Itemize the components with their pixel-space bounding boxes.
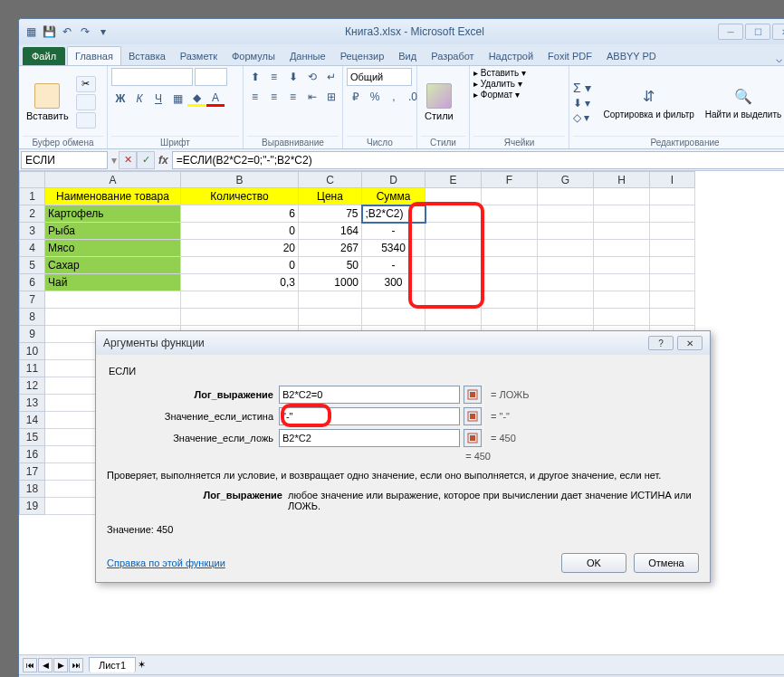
cell-C3[interactable]: 164 — [299, 223, 362, 240]
merge-icon[interactable]: ⊞ — [322, 88, 340, 106]
ok-button[interactable]: OK — [561, 553, 626, 573]
align-left-icon[interactable]: ≡ — [246, 88, 264, 106]
sheet-tab-1[interactable]: Лист1 — [89, 657, 136, 672]
tab-developer[interactable]: Разработ — [424, 47, 481, 65]
wrap-text-icon[interactable]: ↵ — [322, 68, 340, 86]
cell-A4[interactable]: Мясо — [45, 240, 181, 257]
worksheet-grid[interactable]: ABCDEFGHI1Наименование товараКоличествоЦ… — [19, 171, 784, 654]
cell-B3[interactable]: 0 — [181, 223, 299, 240]
cell-A3[interactable]: Рыба — [45, 223, 181, 240]
cut-icon[interactable]: ✂ — [76, 76, 96, 92]
tab-addins[interactable]: Надстрой — [482, 47, 540, 65]
row-header-11[interactable]: 11 — [20, 360, 45, 377]
row-header-6[interactable]: 6 — [20, 274, 45, 291]
cell-A6[interactable]: Чай — [45, 274, 181, 291]
function-help-link[interactable]: Справка по этой функции — [107, 558, 225, 568]
autosum-icon[interactable]: Σ ▾ — [573, 81, 591, 95]
col-header-F[interactable]: F — [482, 172, 538, 188]
tab-formulas[interactable]: Формулы — [225, 47, 282, 65]
cell-B2[interactable]: 6 — [181, 205, 299, 223]
sheet-nav-next-icon[interactable]: ▶ — [53, 658, 68, 672]
cell-D6[interactable]: 300 — [362, 274, 425, 291]
row-header-19[interactable]: 19 — [20, 498, 45, 515]
new-sheet-icon[interactable]: ✶ — [138, 659, 156, 671]
fx-icon[interactable]: fx — [158, 154, 168, 167]
cell-A1[interactable]: Наименование товара — [45, 188, 181, 205]
border-icon[interactable]: ▦ — [168, 90, 186, 108]
col-header-E[interactable]: E — [425, 172, 482, 188]
arg3-input[interactable] — [279, 429, 460, 447]
cancel-button[interactable]: Отмена — [634, 553, 699, 573]
ribbon-minimize-icon[interactable]: ⌵ — [776, 52, 782, 65]
dialog-help-icon[interactable]: ? — [648, 336, 674, 350]
select-all-corner[interactable] — [20, 172, 45, 188]
col-header-D[interactable]: D — [362, 172, 425, 188]
indent-dec-icon[interactable]: ⇤ — [303, 88, 321, 106]
cell-D4[interactable]: 5340 — [362, 240, 425, 257]
row-header-1[interactable]: 1 — [20, 188, 45, 205]
format-cells-button[interactable]: ▸ Формат ▾ — [473, 90, 520, 100]
cell-B6[interactable]: 0,3 — [181, 274, 299, 291]
copy-icon[interactable] — [76, 94, 96, 110]
sheet-nav-first-icon[interactable]: ⏮ — [23, 658, 37, 672]
cell-A2[interactable]: Картофель — [45, 205, 181, 223]
clear-icon[interactable]: ◇ ▾ — [573, 111, 591, 124]
row-header-17[interactable]: 17 — [20, 463, 45, 481]
tab-file[interactable]: Файл — [23, 47, 65, 65]
insert-cells-button[interactable]: ▸ Вставить ▾ — [473, 68, 526, 78]
col-header-A[interactable]: A — [45, 172, 181, 188]
qat-more-icon[interactable]: ▾ — [95, 24, 111, 40]
find-select-button[interactable]: 🔍 Найти и выделить — [702, 82, 784, 121]
tab-data[interactable]: Данные — [282, 47, 333, 65]
font-size-select[interactable] — [195, 68, 227, 86]
font-select[interactable] — [111, 68, 193, 86]
row-header-5[interactable]: 5 — [20, 257, 45, 274]
formula-input[interactable] — [172, 151, 784, 169]
row-header-15[interactable]: 15 — [20, 429, 45, 446]
cell-D2[interactable]: ;B2*C2) — [362, 205, 425, 223]
sheet-nav-last-icon[interactable]: ⏭ — [69, 658, 83, 672]
redo-icon[interactable]: ↷ — [77, 24, 93, 40]
arg3-range-picker[interactable] — [464, 429, 482, 447]
orientation-icon[interactable]: ⟲ — [303, 68, 321, 86]
arg2-input[interactable] — [279, 407, 460, 425]
col-header-G[interactable]: G — [538, 172, 594, 188]
col-header-I[interactable]: I — [650, 172, 695, 188]
percent-icon[interactable]: % — [366, 88, 384, 106]
row-header-18[interactable]: 18 — [20, 481, 45, 498]
row-header-2[interactable]: 2 — [20, 205, 45, 223]
align-top-icon[interactable]: ⬆ — [246, 68, 264, 86]
save-icon[interactable]: 💾 — [41, 24, 57, 40]
row-header-14[interactable]: 14 — [20, 412, 45, 429]
cell-C5[interactable]: 50 — [299, 257, 362, 274]
row-header-13[interactable]: 13 — [20, 395, 45, 412]
cell-D5[interactable]: - — [362, 257, 425, 274]
delete-cells-button[interactable]: ▸ Удалить ▾ — [473, 79, 522, 89]
align-bottom-icon[interactable]: ⬇ — [284, 68, 302, 86]
number-format-select[interactable] — [347, 68, 412, 86]
cell-C4[interactable]: 267 — [299, 240, 362, 257]
row-header-12[interactable]: 12 — [20, 377, 45, 395]
maximize-button[interactable]: ☐ — [745, 24, 770, 40]
row-header-4[interactable]: 4 — [20, 240, 45, 257]
row-header-10[interactable]: 10 — [20, 343, 45, 360]
format-painter-icon[interactable] — [76, 112, 96, 129]
col-header-C[interactable]: C — [299, 172, 362, 188]
name-box[interactable]: ЕСЛИ — [21, 151, 108, 169]
row-header-8[interactable]: 8 — [20, 309, 45, 326]
cell-B4[interactable]: 20 — [181, 240, 299, 257]
col-header-H[interactable]: H — [594, 172, 650, 188]
comma-icon[interactable]: , — [385, 88, 403, 106]
cancel-formula-icon[interactable]: ✕ — [119, 151, 137, 169]
arg2-range-picker[interactable] — [464, 407, 482, 425]
fill-color-icon[interactable]: ◆ — [187, 90, 206, 108]
font-color-icon[interactable]: А — [206, 90, 225, 108]
dialog-titlebar[interactable]: Аргументы функции ? ✕ — [96, 331, 710, 355]
paste-button[interactable]: Вставить — [23, 81, 72, 123]
dialog-close-icon[interactable]: ✕ — [677, 336, 703, 350]
row-header-3[interactable]: 3 — [20, 223, 45, 240]
cell-D3[interactable]: - — [362, 223, 425, 240]
tab-insert[interactable]: Вставка — [121, 47, 173, 65]
close-button[interactable]: ✕ — [772, 24, 784, 40]
row-header-7[interactable]: 7 — [20, 291, 45, 309]
